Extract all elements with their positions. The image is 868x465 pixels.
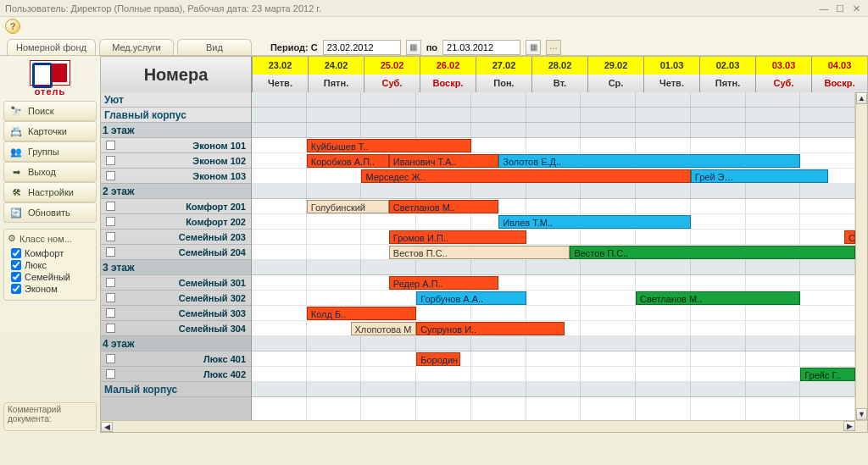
refresh-button-label: Обновить	[28, 208, 70, 218]
booking-bar[interactable]: Горбунов А.А..	[416, 291, 526, 305]
date-header[interactable]: 01.03	[643, 57, 699, 75]
booking-bar[interactable]: Голубинский	[307, 200, 389, 213]
scroll-down-icon[interactable]: ▼	[856, 408, 867, 420]
dow-header: Суб.	[364, 75, 420, 92]
group-label: 2 этаж	[101, 184, 251, 199]
calendar-from-icon[interactable]: ▦	[406, 40, 421, 55]
booking-bar[interactable]: Редер А.П..	[389, 276, 498, 290]
date-header[interactable]: 29.02	[587, 57, 643, 75]
room-label[interactable]: Эконом 103	[101, 169, 251, 184]
booking-bar[interactable]: Коробков А.П..	[307, 154, 389, 168]
groups-button[interactable]: 👥Группы	[3, 141, 97, 162]
period-from-input[interactable]	[323, 40, 401, 55]
filter-item[interactable]: Комфорт	[8, 247, 92, 259]
tab-0[interactable]: Номерной фонд	[7, 39, 96, 55]
date-header[interactable]: 25.02	[364, 57, 420, 75]
help-icon[interactable]: ?	[5, 19, 20, 34]
room-label[interactable]: Комфорт 202	[101, 214, 251, 230]
booking-bar[interactable]: Со	[844, 230, 855, 244]
document-comment[interactable]: Комментарий документа:	[3, 402, 97, 431]
calendar-row: Коробков А.П..Иванович Т.А..Золотов Е.Д.…	[252, 153, 855, 169]
calendar-row	[252, 336, 855, 352]
group-label: 4 этаж	[101, 336, 251, 352]
cards-button[interactable]: 📇Карточки	[3, 121, 97, 141]
booking-bar[interactable]: Светланов М..	[636, 291, 800, 305]
date-header[interactable]: 04.03	[811, 57, 867, 75]
booking-bar[interactable]: Золотов Е.Д..	[498, 154, 800, 168]
filter-header[interactable]: ⚙ Класс ном...	[8, 233, 92, 244]
calendar-row: Вестов П.С..Вестов П.С..	[252, 245, 855, 260]
booking-bar[interactable]: Иванович Т.А..	[389, 154, 498, 168]
booking-bar[interactable]: Грей Э…	[691, 169, 828, 183]
tab-1[interactable]: Мед.услуги	[99, 39, 174, 55]
room-label[interactable]: Люкс 401	[101, 352, 251, 367]
dow-header: Вт.	[531, 75, 587, 92]
calendar-row: Редер А.П..	[252, 275, 855, 291]
exit-button-icon: ➡	[9, 167, 23, 178]
dow-header: Воскр.	[420, 75, 476, 92]
schedule-grid: Номера 23.0224.0225.0226.0227.0228.0229.…	[100, 56, 868, 433]
booking-bar[interactable]: Светланов М..	[389, 200, 498, 213]
filter-item[interactable]: Эконом	[8, 283, 92, 295]
booking-bar[interactable]: Хлопотова М	[351, 322, 417, 335]
period-from-label: С	[311, 42, 318, 53]
cards-button-icon: 📇	[9, 126, 23, 137]
calendar-row	[252, 92, 855, 108]
room-label[interactable]: Семейный 301	[101, 275, 251, 291]
scroll-left-icon[interactable]: ◀	[101, 422, 113, 432]
date-header[interactable]: 03.03	[755, 57, 811, 75]
booking-bar[interactable]: Вестов П.С..	[570, 246, 855, 259]
booking-bar[interactable]: Супрунов И..	[416, 322, 565, 335]
room-label[interactable]: Семейный 203	[101, 230, 251, 245]
search-button[interactable]: 🔭Поиск	[3, 101, 97, 121]
room-label[interactable]: Семейный 303	[101, 306, 251, 321]
filter-item[interactable]: Люкс	[8, 259, 92, 271]
booking-bar[interactable]: Куйбышев Т..	[307, 139, 471, 152]
room-label[interactable]: Эконом 101	[101, 138, 251, 153]
room-label[interactable]: Семейный 204	[101, 245, 251, 260]
room-label[interactable]: Люкс 402	[101, 367, 251, 382]
period-to-label: по	[426, 42, 437, 53]
room-label[interactable]: Эконом 102	[101, 153, 251, 169]
filter-item[interactable]: Семейный	[8, 271, 92, 283]
filter-checkbox[interactable]	[11, 260, 21, 270]
room-label[interactable]: Семейный 302	[101, 291, 251, 306]
filter-label: Комфорт	[25, 248, 64, 258]
close-icon[interactable]: ✕	[849, 0, 863, 17]
date-header[interactable]: 27.02	[476, 57, 531, 75]
date-header[interactable]: 23.02	[252, 57, 308, 75]
period-to-input[interactable]	[442, 40, 520, 55]
booking-bar[interactable]: Громов И.П..	[389, 230, 526, 244]
date-header[interactable]: 02.03	[699, 57, 755, 75]
date-header[interactable]: 28.02	[531, 57, 587, 75]
calendar-row	[252, 260, 855, 275]
date-header[interactable]: 24.02	[308, 57, 364, 75]
horizontal-scrollbar[interactable]: ◀ ▶	[101, 420, 867, 432]
minimize-icon[interactable]: —	[817, 0, 831, 17]
filter-checkbox[interactable]	[11, 272, 21, 282]
booking-bar[interactable]: Колд Б..	[307, 307, 416, 320]
date-header[interactable]: 26.02	[420, 57, 476, 75]
calendar-to-icon[interactable]: ▦	[526, 40, 541, 55]
refresh-button[interactable]: 🔄Обновить	[3, 202, 97, 223]
exit-button[interactable]: ➡Выход	[3, 162, 97, 182]
booking-bar[interactable]: Вестов П.С..	[389, 246, 570, 259]
scroll-right-icon[interactable]: ▶	[843, 421, 855, 431]
booking-bar[interactable]: Грейс Г..	[800, 368, 855, 381]
tab-2[interactable]: Вид	[177, 39, 252, 55]
room-label[interactable]: Комфорт 201	[101, 199, 251, 214]
filter-checkbox[interactable]	[11, 284, 21, 294]
calendar-row: Громов И.П..Со	[252, 230, 855, 245]
room-label[interactable]: Семейный 304	[101, 321, 251, 336]
booking-bar[interactable]: Бородин	[416, 352, 460, 366]
scroll-up-icon[interactable]: ▲	[856, 92, 867, 104]
booking-bar[interactable]: Мерседес Ж..	[361, 169, 690, 183]
period-more-button[interactable]: …	[546, 40, 561, 55]
maximize-icon[interactable]: ☐	[833, 0, 847, 17]
booking-bar[interactable]: Ивлев Т.М..	[498, 215, 691, 229]
settings-button[interactable]: 🛠Настройки	[3, 182, 97, 202]
filter-checkbox[interactable]	[11, 248, 21, 258]
vertical-scrollbar[interactable]: ▲ ▼	[855, 92, 867, 420]
search-button-icon: 🔭	[9, 106, 23, 117]
settings-button-label: Настройки	[28, 187, 74, 197]
